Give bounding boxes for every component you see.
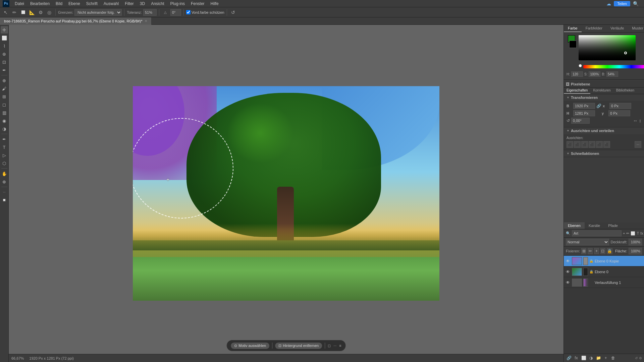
fix-artboard-btn[interactable]: ⊡ — [600, 248, 605, 254]
menu-hilfe[interactable]: Hilfe — [208, 1, 221, 7]
gradient-tool[interactable]: ▥ — [1, 109, 8, 116]
tab-pfade[interactable]: Pfade — [604, 222, 622, 229]
align-left-btn[interactable]: ⬛ — [567, 141, 573, 148]
menu-bild[interactable]: Bild — [53, 1, 65, 7]
menu-plugins[interactable]: Plug-ins — [168, 1, 187, 7]
add-layer-btn[interactable]: + — [623, 230, 625, 236]
bright-input[interactable] — [606, 71, 618, 77]
angle-input[interactable]: 0° — [170, 9, 181, 16]
fix-transparent-btn[interactable]: ⊠ — [581, 248, 586, 254]
vordfarbe-checkbox[interactable] — [186, 10, 191, 14]
new-layer-btn[interactable]: + — [603, 355, 609, 361]
shape-tool[interactable]: ⬡ — [1, 160, 8, 167]
rect-select-tool[interactable]: ⬜ — [1, 34, 8, 42]
toleranz-input[interactable]: 51% — [143, 9, 157, 16]
delete-layer-btn[interactable]: 🗑 — [610, 355, 616, 361]
tab-farbe[interactable]: Farbe — [564, 25, 582, 32]
refine-icon[interactable]: ◎ — [46, 9, 53, 16]
b-input[interactable] — [573, 103, 595, 109]
hintergrund-entfernen-button[interactable]: ⊡ Hintergrund entfernen — [275, 343, 322, 349]
align-header[interactable]: ▼ Ausrichten und verteilen — [564, 127, 644, 134]
color-cursor[interactable] — [624, 52, 627, 54]
mask-btn[interactable]: ⬜ — [631, 230, 635, 236]
zoom-tool[interactable]: ⊕ — [1, 178, 8, 185]
eraser-tool[interactable]: ◻ — [1, 101, 8, 108]
tab-eigenschaften[interactable]: Eigenschaften — [564, 87, 590, 94]
fx-bottom-btn[interactable]: fx — [573, 355, 579, 361]
ctx-more-icon[interactable]: ··· — [333, 344, 336, 348]
grenzen-select[interactable]: Nicht aufeinander folg. — [74, 9, 122, 16]
menu-ansicht[interactable]: Ansicht — [148, 1, 167, 7]
x-input[interactable] — [609, 103, 631, 109]
search-icon[interactable]: 🔍 — [633, 1, 639, 6]
rotation-input[interactable] — [571, 118, 590, 124]
tab-verlaeufe[interactable]: Verläufe — [606, 25, 628, 32]
align-center-v-btn[interactable]: ⬛ — [596, 141, 603, 148]
fix-pixel-btn[interactable]: ✏ — [588, 248, 593, 254]
color-gradient[interactable] — [579, 35, 636, 60]
sat-input[interactable] — [589, 71, 600, 77]
tab-farbfelder[interactable]: Farbfelder — [582, 25, 606, 32]
menu-3d[interactable]: 3D — [137, 1, 148, 7]
menu-fenster[interactable]: Fenster — [188, 1, 207, 7]
tab-bibliotheken[interactable]: Bibliotheken — [613, 87, 637, 94]
motiv-auswaehlen-button[interactable]: ⊙ Motiv auswählen — [231, 343, 269, 349]
group-btn[interactable]: T — [637, 230, 639, 236]
tab-ebenen[interactable]: Ebenen — [564, 222, 585, 229]
lasso-tool[interactable]: ⌇ — [1, 42, 8, 50]
y-input[interactable] — [608, 110, 630, 116]
clone-tool[interactable]: ⊞ — [1, 93, 8, 100]
adjust-layer-btn[interactable]: ✏ — [626, 230, 629, 236]
settings-layers-icon[interactable]: ⚙ — [639, 356, 642, 360]
layer-item-verlaufsfuellung1[interactable]: 👁 Verlausfüllung 1 — [564, 277, 644, 288]
main-tab[interactable]: tree-7186835_Ramon Perucho auf Pixabay.j… — [0, 17, 152, 25]
align-top-btn[interactable]: ⬛ — [589, 141, 595, 148]
blend-mode-select[interactable]: Normal — [566, 239, 609, 245]
layers-search-input[interactable] — [572, 230, 622, 236]
reset-icon[interactable]: ↺ — [229, 9, 237, 16]
pen-tool[interactable]: ✒ — [1, 135, 8, 143]
eyedropper-tool[interactable]: ✒ — [1, 66, 8, 74]
text-tool[interactable]: T — [1, 143, 8, 151]
undo-layers-icon[interactable]: ↺ — [635, 356, 638, 360]
extra-tools[interactable]: ··· — [1, 188, 8, 196]
extra-tool-icon[interactable]: 📐 — [28, 9, 36, 16]
transform-header[interactable]: ▼ Transformieren — [564, 94, 644, 101]
h-input[interactable] — [573, 110, 595, 116]
layer-item-ebene0kopie[interactable]: 👁 🔒 Ebene 0 Kopie — [564, 256, 644, 266]
heal-tool[interactable]: ⊕ — [1, 77, 8, 84]
tab-close-icon[interactable]: ✕ — [145, 19, 147, 23]
menu-bearbeiten[interactable]: Bearbeiten — [28, 1, 52, 7]
flache-input[interactable]: 100% — [629, 248, 642, 254]
path-select-tool[interactable]: ▷ — [1, 152, 8, 159]
right-expand-btn[interactable]: ↺ ⚙ — [635, 356, 642, 360]
background-swatch[interactable] — [569, 41, 577, 48]
link-layers-bottom-btn[interactable]: 🔗 — [566, 355, 572, 361]
menu-ebene[interactable]: Ebene — [66, 1, 83, 7]
menu-auswahl[interactable]: Auswahl — [101, 1, 121, 7]
fix-all-btn[interactable]: 🔒 — [607, 248, 612, 254]
dodge-tool[interactable]: ◑ — [1, 125, 8, 132]
layer-vis-ebene0kopie[interactable]: 👁 — [565, 258, 571, 264]
hand-tool[interactable]: ✋ — [1, 170, 8, 177]
canvas-area[interactable]: + ⊙ Motiv auswählen ⊡ Hintergrund entfer… — [9, 25, 564, 362]
teilen-button[interactable]: Teilen — [614, 1, 630, 6]
crop-tool[interactable]: ⊡ — [1, 58, 8, 66]
flip-v-icon[interactable]: ↕ — [639, 118, 641, 123]
align-bottom-btn[interactable]: ⬛ — [603, 141, 610, 148]
layer-vis-ebene0[interactable]: 👁 — [565, 269, 571, 275]
fx-btn-toolbar[interactable]: fx — [640, 230, 643, 236]
quick-actions-header[interactable]: ▼ Schnellaktionen — [564, 150, 644, 157]
hue-input[interactable] — [571, 71, 583, 77]
menu-schrift[interactable]: Schrift — [84, 1, 100, 7]
tab-kanaele[interactable]: Kanäle — [585, 222, 604, 229]
tool-selector-icon[interactable]: ↖ — [2, 9, 9, 16]
align-center-h-btn[interactable]: ⬛ — [574, 141, 581, 148]
fix-position-btn[interactable]: + — [594, 248, 599, 254]
menu-filter[interactable]: Filter — [122, 1, 137, 7]
ctx-eraser-icon[interactable]: ◻ — [328, 344, 331, 348]
mask-bottom-btn[interactable]: ⬜ — [581, 355, 587, 361]
brush-tool[interactable]: 🖌 — [1, 85, 8, 92]
hue-slider[interactable] — [583, 65, 644, 68]
brush-icon[interactable]: ✏ — [11, 9, 18, 16]
